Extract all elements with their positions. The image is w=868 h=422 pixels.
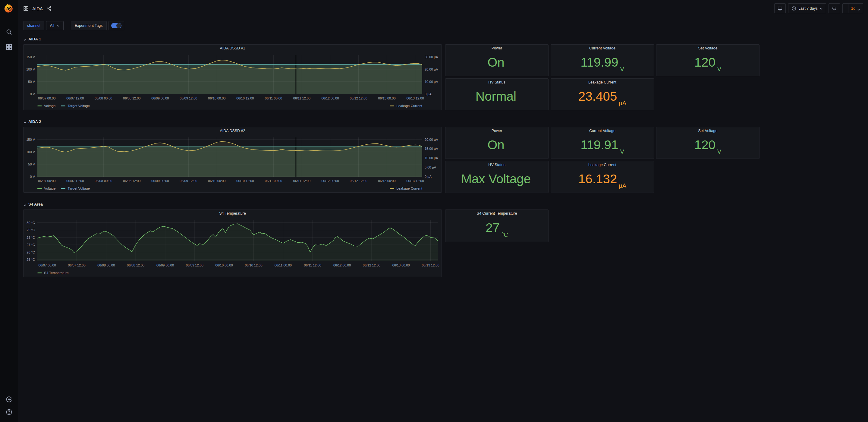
row-header-s4-area[interactable]: S4 Area xyxy=(23,201,868,207)
top-navigation: AIDA Last 7 days xyxy=(23,0,868,17)
x-axis-tick-label: 06/07 00:00 xyxy=(38,264,56,267)
stat-value: 16.132 xyxy=(578,173,617,185)
refresh-interval-dropdown[interactable]: 1d xyxy=(848,4,863,13)
stat-value: 120 xyxy=(694,56,715,69)
help-icon[interactable] xyxy=(6,409,12,415)
stat-unit: µA xyxy=(619,183,626,190)
y-axis-tick-label: 0 V xyxy=(30,92,35,96)
chart-panel-aida-dssd-2: AIDA DSSD #2 0 V50 V100 V150 V0 µA5.00 µ… xyxy=(23,127,442,192)
sign-in-icon[interactable] xyxy=(6,396,12,403)
time-range-picker[interactable]: Last 7 days xyxy=(788,3,826,13)
experiment-tags-toggle[interactable] xyxy=(108,21,124,30)
stat-unit: °C xyxy=(501,232,508,239)
variable-label[interactable]: channel xyxy=(27,24,40,28)
y-axis-tick-label: 150 V xyxy=(26,138,35,141)
variable-value: All xyxy=(50,24,54,28)
x-axis-tick-label: 06/11 00:00 xyxy=(275,264,292,267)
time-series-chart[interactable]: 0 V50 V100 V150 V0 µA5.00 µA10.00 µA15.0… xyxy=(24,134,441,186)
stat-title: HV Status xyxy=(445,161,548,169)
legend-label: Voltage xyxy=(44,104,56,108)
x-axis-tick-label: 06/12 12:00 xyxy=(350,179,367,183)
x-axis-tick-label: 06/07 12:00 xyxy=(66,96,84,100)
time-series-chart[interactable]: 25 °C26 °C27 °C28 °C29 °C30 °C06/07 00:0… xyxy=(24,217,441,270)
legend-swatch xyxy=(37,272,42,273)
panel-title[interactable]: AIDA DSSD #2 xyxy=(24,127,441,134)
x-axis-tick-label: 06/12 00:00 xyxy=(333,264,351,267)
stat-panel-power: Power On xyxy=(445,44,549,76)
legend-item-target-voltage[interactable]: Target Voltage xyxy=(61,104,90,108)
x-axis-tick-label: 06/08 12:00 xyxy=(127,264,144,267)
x-axis-tick-label: 06/10 12:00 xyxy=(236,179,254,183)
dashboard-title: AIDA xyxy=(32,6,43,11)
refresh-button-group: 1d xyxy=(842,3,863,13)
stat-panel-hv-status: HV Status Normal xyxy=(445,79,549,110)
kiosk-mode-button[interactable] xyxy=(774,3,786,13)
stat-title: Power xyxy=(445,44,548,52)
stat-title: Leakage Current xyxy=(551,161,654,169)
stat-panel-set-voltage: Set Voltage 120V xyxy=(656,127,760,159)
x-axis-tick-label: 06/08 00:00 xyxy=(95,96,112,100)
row-title: S4 Area xyxy=(28,202,43,207)
legend-swatch xyxy=(390,188,394,189)
stat-title: S4 Current Temperature xyxy=(445,210,548,217)
legend-item-s4-temperature[interactable]: S4 Temperature xyxy=(37,271,69,275)
legend-label: Voltage xyxy=(44,187,56,190)
x-axis-tick-label: 06/10 00:00 xyxy=(208,179,225,183)
experiment-tags-label: Experiment Tags xyxy=(75,24,103,28)
x-axis-tick-label: 06/08 00:00 xyxy=(97,264,115,267)
filter-row: channel All Experiment Tags xyxy=(23,21,868,30)
stat-title: Set Voltage xyxy=(656,44,759,52)
legend-item-leakage-current[interactable]: Leakage Current xyxy=(390,104,422,108)
section-aida1: AIDA DSSD #1 0 V50 V100 V150 V0 µA10.00 … xyxy=(23,44,868,110)
x-axis-tick-label: 06/12 12:00 xyxy=(350,96,367,100)
x-axis-tick-label: 06/10 12:00 xyxy=(245,264,262,267)
stat-value: 119.91 xyxy=(581,139,618,151)
legend-item-target-voltage[interactable]: Target Voltage xyxy=(61,187,90,190)
legend-label: S4 Temperature xyxy=(44,271,69,275)
x-axis-tick-label: 06/09 00:00 xyxy=(151,179,169,183)
zoom-out-button[interactable] xyxy=(829,3,840,13)
dashboards-icon[interactable] xyxy=(6,44,12,50)
y-axis-tick-label: 150 V xyxy=(26,55,35,59)
panel-title[interactable]: AIDA DSSD #1 xyxy=(24,44,441,52)
row-header-aida1[interactable]: AIDA 1 xyxy=(23,36,868,42)
x-axis-tick-label: 06/08 12:00 xyxy=(123,96,141,100)
row-header-aida2[interactable]: AIDA 2 xyxy=(23,118,868,125)
stat-value: 120 xyxy=(694,139,715,151)
stat-panel-current-voltage: Current Voltage 119.91V xyxy=(551,127,654,159)
time-series-chart[interactable]: 0 V50 V100 V150 V0 µA10.00 µA20.00 µA30.… xyxy=(24,52,441,103)
stat-title: Leakage Current xyxy=(551,79,654,86)
x-axis-tick-label: 06/10 00:00 xyxy=(216,264,233,267)
y-axis-tick-label: 100 V xyxy=(26,150,35,154)
chevron-down-icon xyxy=(820,7,823,10)
stat-value: Normal xyxy=(475,90,516,103)
search-icon[interactable] xyxy=(6,29,12,35)
refresh-button[interactable] xyxy=(843,4,848,13)
y-axis-tick-label: 100 V xyxy=(26,67,35,71)
experiment-tags-label-chip: Experiment Tags xyxy=(71,21,107,30)
share-icon[interactable] xyxy=(46,6,52,11)
x-axis-tick-label: 06/09 12:00 xyxy=(186,264,204,267)
apps-icon[interactable] xyxy=(23,6,29,11)
stats-grid-aida2: Power On Current Voltage 119.91V Set Vol… xyxy=(445,127,760,193)
y-axis-tick-label: 50 V xyxy=(28,162,35,166)
variable-value-dropdown[interactable]: All xyxy=(46,21,64,30)
x-axis-tick-label: 06/09 12:00 xyxy=(180,179,197,183)
legend-item-voltage[interactable]: Voltage xyxy=(37,187,56,190)
data-gap-annotation xyxy=(296,55,296,94)
sidebar xyxy=(0,0,18,422)
right-axis-tick-label: 20.00 µA xyxy=(425,67,438,71)
right-axis-tick-label: 0 µA xyxy=(425,175,432,178)
chevron-down-icon xyxy=(857,7,860,10)
legend-item-voltage[interactable]: Voltage xyxy=(37,104,56,108)
right-axis-tick-label: 5.00 µA xyxy=(425,165,436,169)
grafana-logo[interactable] xyxy=(3,2,16,15)
legend-item-leakage-current[interactable]: Leakage Current xyxy=(390,187,422,190)
toggle-switch[interactable] xyxy=(111,23,121,28)
x-axis-tick-label: 06/12 00:00 xyxy=(321,96,339,100)
clock-icon xyxy=(792,6,796,11)
panel-title[interactable]: S4 Temperature xyxy=(24,210,441,217)
right-axis-tick-label: 30.00 µA xyxy=(425,55,438,59)
chevron-down-icon xyxy=(57,24,60,27)
x-axis-tick-label: 06/12 12:00 xyxy=(363,264,380,267)
